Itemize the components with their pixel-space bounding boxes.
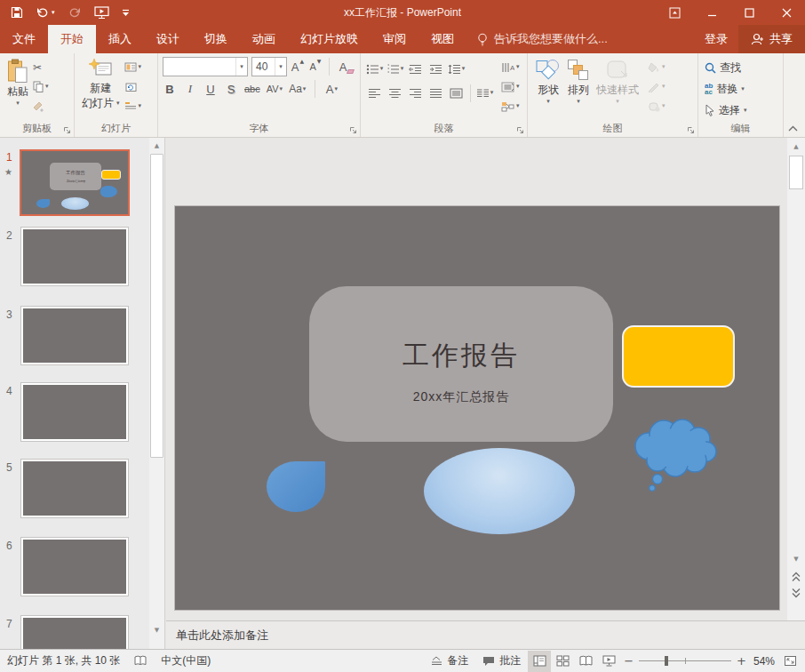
shapes-button[interactable]: 形状 ▾ <box>532 57 564 121</box>
maximize-button[interactable] <box>730 0 768 25</box>
tab-file[interactable]: 文件 <box>0 25 48 53</box>
italic-button[interactable]: I <box>183 80 197 98</box>
replace-button[interactable]: abac 替换 ▾ <box>703 80 778 98</box>
start-from-beginning-button[interactable] <box>94 6 109 20</box>
thumbnail-scrollbar[interactable]: ▲ ▼ <box>149 138 164 649</box>
clear-formatting-button[interactable]: A <box>336 58 350 76</box>
tab-view[interactable]: 视图 <box>418 25 466 53</box>
thumbnail-slide-3[interactable]: 3 <box>0 307 149 368</box>
distribute-button[interactable] <box>447 84 466 102</box>
scroll-down-arrow[interactable]: ▼ <box>149 622 164 637</box>
slide-2-thumbnail[interactable] <box>21 228 128 285</box>
slide-1-thumbnail[interactable]: 工作报告 20xx年汇总报告 <box>20 149 130 216</box>
vertical-scrollbar[interactable]: ▲ ▼ <box>787 138 805 620</box>
share-button[interactable]: 共享 <box>738 25 805 53</box>
scrollbar-thumb[interactable] <box>789 156 803 189</box>
align-right-button[interactable] <box>406 84 425 102</box>
font-name-combobox[interactable]: ▾ <box>163 57 248 76</box>
scroll-up-arrow[interactable]: ▲ <box>787 140 805 154</box>
language-indicator[interactable]: 中文(中国) <box>154 650 218 672</box>
font-color-button[interactable]: A▾ <box>324 80 339 98</box>
align-left-button[interactable] <box>365 84 384 102</box>
thumbnail-slide-4[interactable]: 4 <box>0 383 149 444</box>
tab-design[interactable]: 设计 <box>144 25 192 53</box>
character-spacing-button[interactable]: AV▾ <box>267 80 283 98</box>
tab-slideshow[interactable]: 幻灯片放映 <box>288 25 371 53</box>
reset-button[interactable] <box>123 78 144 95</box>
align-center-button[interactable] <box>386 84 404 102</box>
scroll-down-arrow[interactable]: ▼ <box>787 552 805 566</box>
text-shadow-button[interactable]: S <box>224 80 238 98</box>
tell-me-box[interactable]: 告诉我您想要做什么... <box>466 25 618 53</box>
cut-button[interactable]: ✂ <box>31 59 51 76</box>
arrange-button[interactable]: 排列 ▾ <box>564 57 593 121</box>
select-button[interactable]: 选择 ▾ <box>703 101 778 119</box>
minimize-button[interactable] <box>693 0 730 25</box>
drawing-dialog-launcher[interactable] <box>687 126 695 134</box>
zoom-slider-track[interactable] <box>639 660 731 661</box>
find-button[interactable]: 查找 <box>703 59 778 76</box>
zoom-in-button[interactable]: + <box>737 654 746 668</box>
numbering-button[interactable]: ▾ <box>386 60 404 78</box>
customize-qat-button[interactable] <box>122 9 130 17</box>
teardrop-shape[interactable] <box>267 461 325 512</box>
format-painter-button[interactable] <box>31 98 51 115</box>
quick-styles-button[interactable]: 快速样式 ▾ <box>593 57 642 121</box>
thumbnail-slide-7[interactable]: 7 <box>0 616 149 649</box>
slide-indicator[interactable]: 幻灯片 第 1 张, 共 10 张 <box>0 650 127 672</box>
slide-5-thumbnail[interactable] <box>21 460 128 517</box>
sign-in-button[interactable]: 登录 <box>694 25 738 53</box>
notes-pane[interactable]: 单击此处添加备注 <box>166 620 805 649</box>
clipboard-dialog-launcher[interactable] <box>63 126 71 134</box>
title-placeholder-shape[interactable]: 工作报告 20xx年汇总报告 <box>309 286 613 442</box>
bold-button[interactable]: B <box>163 80 177 98</box>
font-size-combobox[interactable]: 40▾ <box>251 57 287 76</box>
zoom-slider-handle[interactable] <box>665 656 668 666</box>
zoom-level[interactable]: 54% <box>750 650 778 672</box>
close-button[interactable] <box>768 0 805 25</box>
slide-sorter-view-button[interactable] <box>551 651 574 672</box>
shape-outline-button[interactable]: ▾ <box>646 78 667 95</box>
convert-smartart-button[interactable]: ▾ <box>499 98 522 115</box>
shrink-font-button[interactable]: A▼ <box>308 58 323 76</box>
comments-toggle-button[interactable]: 批注 <box>475 650 528 672</box>
slide-4-thumbnail[interactable] <box>21 383 128 441</box>
fit-to-window-button[interactable] <box>778 651 801 672</box>
normal-view-button[interactable] <box>528 651 551 672</box>
yellow-rounded-rectangle-shape[interactable] <box>622 325 735 388</box>
scroll-up-arrow[interactable]: ▲ <box>149 138 164 153</box>
tab-review[interactable]: 审阅 <box>371 25 418 53</box>
thumbnail-slide-6[interactable]: 6 <box>0 538 149 599</box>
thumbnail-slide-2[interactable]: 2 <box>0 228 149 289</box>
thumbnail-slide-1[interactable]: 1 ★ 工作报告 20xx年汇总报告 <box>0 149 149 220</box>
oval-shape[interactable] <box>424 448 575 534</box>
columns-button[interactable]: ▾ <box>475 84 494 102</box>
cloud-callout-shape[interactable] <box>624 409 726 494</box>
align-text-button[interactable]: ▾ <box>499 78 522 95</box>
slide-editing-area[interactable]: 工作报告 20xx年汇总报告 <box>175 206 779 610</box>
paste-button[interactable]: 粘贴 ▾ <box>4 57 31 121</box>
tab-insert[interactable]: 插入 <box>96 25 144 53</box>
increase-indent-button[interactable] <box>426 60 445 78</box>
decrease-indent-button[interactable] <box>406 60 425 78</box>
text-direction-button[interactable]: A▾ <box>499 59 522 76</box>
notes-toggle-button[interactable]: 备注 <box>424 650 475 672</box>
redo-button[interactable] <box>68 7 82 19</box>
previous-slide-button[interactable] <box>787 572 805 582</box>
tab-home[interactable]: 开始 <box>48 25 96 53</box>
zoom-out-button[interactable]: − <box>624 654 634 668</box>
shape-effects-button[interactable]: ▾ <box>646 98 667 115</box>
slideshow-view-button[interactable] <box>597 651 620 672</box>
new-slide-button[interactable]: 新建 幻灯片▾ <box>79 57 123 121</box>
collapse-ribbon-button[interactable] <box>788 125 798 132</box>
change-case-button[interactable]: Aa▾ <box>289 80 306 98</box>
reading-view-button[interactable] <box>574 651 597 672</box>
line-spacing-button[interactable]: ▾ <box>447 60 466 78</box>
slide-6-thumbnail[interactable] <box>21 538 128 596</box>
strikethrough-button[interactable]: abc <box>244 80 260 98</box>
shape-fill-button[interactable]: ▾ <box>646 59 667 76</box>
section-button[interactable]: ▾ <box>123 98 144 115</box>
copy-button[interactable]: ▾ <box>31 78 51 95</box>
tab-transitions[interactable]: 切换 <box>192 25 240 53</box>
font-dialog-launcher[interactable] <box>349 126 357 134</box>
